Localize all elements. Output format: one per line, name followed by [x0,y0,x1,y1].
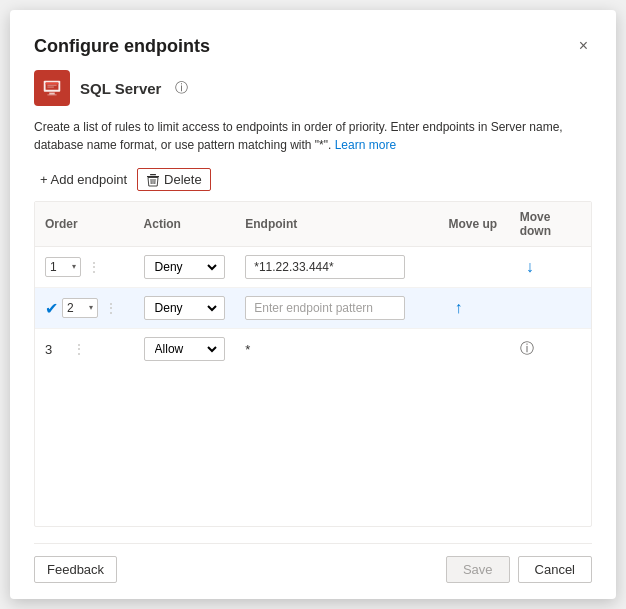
row3-moveup-cell [439,329,510,370]
dialog-header: Configure endpoints × [34,34,592,58]
col-header-endpoint: Endpoint [235,202,438,247]
row1-endpoint-cell [235,247,438,288]
service-name: SQL Server [80,80,161,97]
row1-action-select[interactable]: Deny Allow [144,255,226,279]
description-text: Create a list of rules to limit access t… [34,118,592,154]
learn-more-link[interactable]: Learn more [335,138,396,152]
row2-order-cell: ✔ 2 ▾ ⋮ [35,288,134,329]
delete-button[interactable]: Delete [137,168,211,191]
svg-rect-3 [49,93,55,95]
svg-rect-7 [147,176,159,177]
row3-action-select[interactable]: Allow Deny [144,337,226,361]
cancel-button[interactable]: Cancel [518,556,592,583]
row3-drag-handle[interactable]: ⋮ [68,341,90,357]
svg-rect-2 [46,83,59,85]
close-button[interactable]: × [575,34,592,58]
service-row: SQL Server ⓘ [34,70,592,106]
row1-drag-handle[interactable]: ⋮ [83,259,105,275]
row3-endpoint-cell: * [235,329,438,370]
feedback-button[interactable]: Feedback [34,556,117,583]
row3-endpoint-value: * [245,342,250,357]
col-header-action: Action [134,202,236,247]
row1-endpoint-input[interactable] [245,255,405,279]
dialog-title: Configure endpoints [34,36,210,57]
row1-move-down-button[interactable]: ↓ [520,256,540,278]
row2-drag-handle[interactable]: ⋮ [100,300,122,316]
row3-action-cell: Allow Deny [134,329,236,370]
row2-selected-check: ✔ [45,299,58,318]
delete-icon [146,173,160,187]
row2-endpoint-cell [235,288,438,329]
svg-rect-8 [150,174,156,175]
sql-server-icon [34,70,70,106]
row3-action-dropdown[interactable]: Allow Deny [151,341,221,357]
row1-movedown-cell: ↓ [510,247,591,288]
add-endpoint-button[interactable]: + Add endpoint [34,168,133,191]
row2-action-dropdown[interactable]: Deny Allow [151,300,221,316]
table-row: 1 ▾ ⋮ Deny Allow [35,247,591,288]
table-row: 3 ⋮ Allow Deny * [35,329,591,370]
row1-moveup-cell [439,247,510,288]
footer-actions: Save Cancel [446,556,592,583]
configure-endpoints-dialog: Configure endpoints × SQL Server ⓘ Creat… [10,10,616,599]
col-header-order: Order [35,202,134,247]
svg-rect-4 [47,94,56,95]
save-button[interactable]: Save [446,556,510,583]
row1-action-dropdown[interactable]: Deny Allow [151,259,221,275]
col-header-movedown: Move down [510,202,591,247]
row1-order-chevron[interactable]: ▾ [72,263,76,271]
row2-movedown-cell [510,288,591,329]
service-info-icon[interactable]: ⓘ [175,79,188,97]
toolbar: + Add endpoint Delete [34,168,592,191]
row3-info-icon[interactable]: ⓘ [520,340,534,356]
row2-endpoint-input[interactable] [245,296,405,320]
endpoints-table-container: Order Action Endpoint Move up Move down … [34,201,592,527]
row2-order-value: 2 [67,301,74,315]
table-header-row: Order Action Endpoint Move up Move down [35,202,591,247]
row3-order-cell: 3 ⋮ [35,329,134,370]
row2-order-box[interactable]: 2 ▾ [62,298,98,318]
row1-order-value: 1 [50,260,57,274]
row2-moveup-cell: ↑ [439,288,510,329]
row3-movedown-cell: ⓘ [510,329,591,370]
col-header-moveup: Move up [439,202,510,247]
row2-move-up-button[interactable]: ↑ [449,297,469,319]
endpoints-table: Order Action Endpoint Move up Move down … [35,202,591,369]
row2-action-select[interactable]: Deny Allow [144,296,226,320]
row2-action-cell: Deny Allow [134,288,236,329]
delete-label: Delete [164,172,202,187]
row1-action-cell: Deny Allow [134,247,236,288]
dialog-footer: Feedback Save Cancel [34,543,592,583]
row3-order-value: 3 [45,342,52,357]
table-row: ✔ 2 ▾ ⋮ Deny Allow [35,288,591,329]
row2-order-chevron[interactable]: ▾ [89,304,93,312]
row1-order-box[interactable]: 1 ▾ [45,257,81,277]
row1-order-cell: 1 ▾ ⋮ [35,247,134,288]
